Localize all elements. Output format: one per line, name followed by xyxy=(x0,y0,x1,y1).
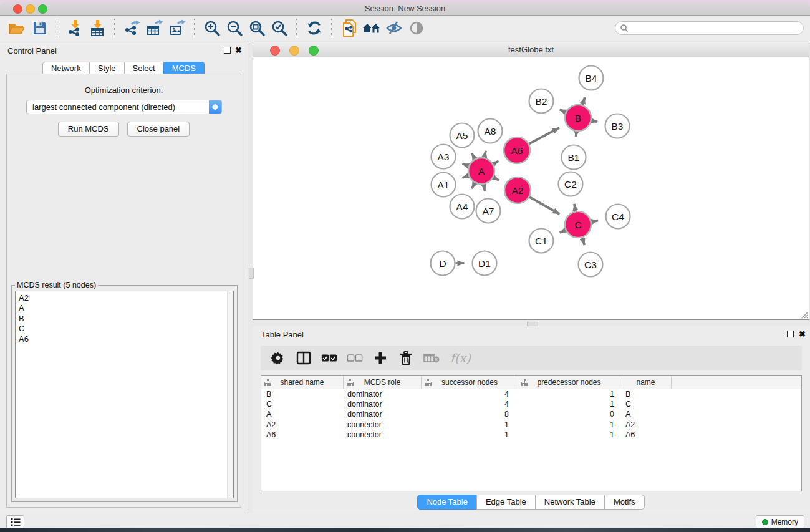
birds-eye-icon[interactable] xyxy=(360,17,383,39)
gear-icon[interactable] xyxy=(270,350,286,366)
float-panel-icon[interactable] xyxy=(223,46,231,54)
column-header-predecessor-nodes[interactable]: predecessor nodes xyxy=(518,376,620,389)
table-cell[interactable]: 4 xyxy=(422,400,518,409)
table-cell[interactable]: C xyxy=(261,400,344,409)
network-snapshot-icon[interactable] xyxy=(338,17,360,39)
network-window-titlebar[interactable]: testGlobe.txt xyxy=(253,42,809,57)
table-cell[interactable]: 1 xyxy=(422,430,518,439)
graph-edge[interactable] xyxy=(485,151,486,158)
table-cell[interactable]: 1 xyxy=(518,400,620,409)
table-cell[interactable]: dominator xyxy=(344,400,422,409)
refresh-icon[interactable] xyxy=(303,17,325,39)
open-session-icon[interactable] xyxy=(6,17,29,39)
close-table-panel-icon[interactable]: ✖ xyxy=(798,330,806,338)
mcds-result-item[interactable]: A2 xyxy=(16,291,233,303)
graph-edge[interactable] xyxy=(493,177,499,180)
close-panel-button[interactable]: Close panel xyxy=(127,122,190,137)
graph-edge[interactable] xyxy=(582,238,585,245)
table-row[interactable]: A6connector11A6 xyxy=(261,430,801,440)
table-cell[interactable]: connector xyxy=(344,430,422,439)
table-cell[interactable]: 0 xyxy=(518,410,620,418)
unchecked-boxes-icon[interactable] xyxy=(347,350,363,366)
zoom-out-icon[interactable] xyxy=(223,17,246,39)
mcds-result-item[interactable]: C xyxy=(16,324,233,334)
table-cell[interactable]: B xyxy=(261,390,344,399)
memory-button[interactable]: Memory xyxy=(756,515,804,528)
network-graph[interactable]: B4B2BB3A8A5A6A3B1AA1C2A2A4A7C4CC1DD1C3 xyxy=(253,57,809,319)
table-cell[interactable]: A2 xyxy=(620,420,672,429)
mcds-result-list[interactable]: A2ABCA6 xyxy=(15,291,234,498)
graph-edge[interactable] xyxy=(592,220,599,221)
add-icon[interactable] xyxy=(372,350,388,366)
zoom-fit-icon[interactable] xyxy=(246,17,268,39)
table-cell[interactable]: 1 xyxy=(518,430,620,439)
horizontal-splitter-grip[interactable] xyxy=(527,322,538,326)
vertical-splitter-grip[interactable] xyxy=(249,268,254,279)
table-row[interactable]: Adominator80A xyxy=(261,409,801,419)
zoom-in-icon[interactable] xyxy=(201,17,223,39)
tab-node-table[interactable]: Node Table xyxy=(417,495,477,510)
graph-edge[interactable] xyxy=(493,161,499,164)
graph-edge[interactable] xyxy=(582,97,585,105)
mcds-result-item[interactable]: A6 xyxy=(16,334,233,344)
table-cell[interactable]: A6 xyxy=(261,430,344,439)
tab-network-table[interactable]: Network Table xyxy=(535,495,605,510)
table-cell[interactable]: dominator xyxy=(344,390,422,399)
network-canvas[interactable]: B4B2BB3A8A5A6A3B1AA1C2A2A4A7C4CC1DD1C3 xyxy=(253,57,809,319)
import-network-icon[interactable] xyxy=(64,17,86,39)
search-input[interactable] xyxy=(631,23,789,33)
graph-edge[interactable] xyxy=(472,153,475,159)
mcds-result-item[interactable]: A xyxy=(16,303,233,313)
table-cell[interactable]: connector xyxy=(344,420,422,429)
table-cell[interactable]: B xyxy=(620,390,672,399)
task-history-button[interactable] xyxy=(6,515,24,528)
graph-edge[interactable] xyxy=(560,230,566,233)
table-cell[interactable]: 1 xyxy=(518,390,620,399)
table-cell[interactable]: A2 xyxy=(261,420,344,429)
import-table-icon[interactable] xyxy=(86,17,108,39)
column-header-MCDS-role[interactable]: MCDS role xyxy=(344,376,422,389)
column-header-name[interactable]: name xyxy=(620,376,672,389)
float-table-panel-icon[interactable] xyxy=(786,330,794,338)
search-field[interactable] xyxy=(615,21,804,35)
scrollbar-track[interactable] xyxy=(227,291,233,498)
table-cell[interactable]: 1 xyxy=(422,420,518,429)
close-panel-icon[interactable]: ✖ xyxy=(234,46,243,54)
function-builder-icon[interactable]: f(x) xyxy=(450,351,471,365)
graph-edge[interactable] xyxy=(529,197,559,214)
graph-edge[interactable] xyxy=(529,128,559,144)
table-row[interactable]: Bdominator41B xyxy=(261,389,801,399)
table-cell[interactable]: 8 xyxy=(422,410,518,418)
export-network-icon[interactable] xyxy=(121,17,143,39)
table-cell[interactable]: dominator xyxy=(344,410,422,418)
overview-eye-icon[interactable] xyxy=(405,17,428,39)
table-cell[interactable]: C xyxy=(620,400,672,409)
table-cell[interactable]: A6 xyxy=(620,430,672,439)
export-table-icon[interactable] xyxy=(143,17,166,39)
split-column-icon[interactable] xyxy=(296,350,312,366)
graph-edge[interactable] xyxy=(560,110,566,112)
table-row[interactable]: Cdominator41C xyxy=(261,399,801,409)
mcds-result-item[interactable]: B xyxy=(16,314,233,324)
trash-icon[interactable] xyxy=(398,350,414,366)
graph-edge[interactable] xyxy=(592,120,598,122)
graph-edge[interactable] xyxy=(574,204,576,211)
table-row[interactable]: A2connector11A2 xyxy=(261,420,801,430)
graph-edge[interactable] xyxy=(463,175,469,178)
tab-edge-table[interactable]: Edge Table xyxy=(476,495,536,510)
graph-edge[interactable] xyxy=(462,163,468,166)
table-cell[interactable]: A xyxy=(261,410,344,418)
zoom-selected-icon[interactable] xyxy=(268,17,291,39)
graph-edge[interactable] xyxy=(484,185,485,191)
tab-motifs[interactable]: Motifs xyxy=(604,495,645,510)
table-cell[interactable]: 4 xyxy=(422,390,518,399)
hide-panels-icon[interactable] xyxy=(383,17,405,39)
graph-edge[interactable] xyxy=(472,183,475,188)
column-header-shared-name[interactable]: shared name xyxy=(261,376,344,389)
delete-table-icon[interactable] xyxy=(423,350,440,366)
run-mcds-button[interactable]: Run MCDS xyxy=(58,122,119,137)
table-cell[interactable]: 1 xyxy=(518,420,620,429)
table-cell[interactable]: A xyxy=(620,410,672,418)
resize-grip-icon[interactable] xyxy=(799,310,808,319)
checked-boxes-icon[interactable] xyxy=(321,350,337,366)
